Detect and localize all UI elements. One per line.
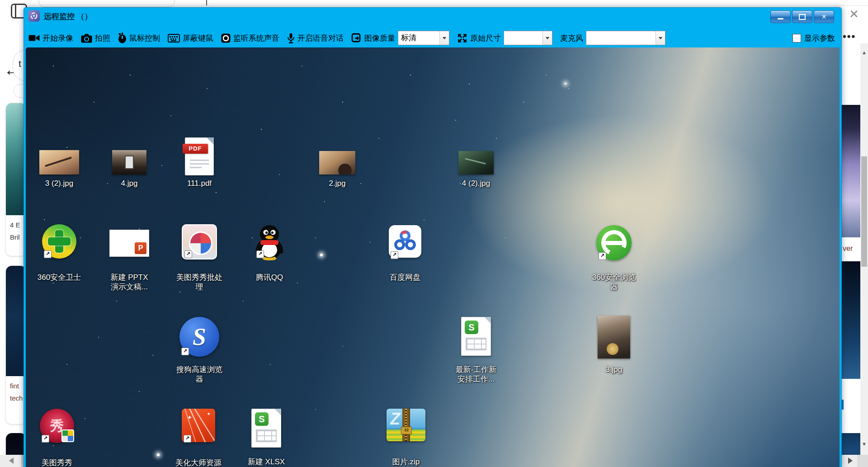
divider-line (835, 5, 868, 6)
desktop-icon-file-3-jpg[interactable]: 3.jpg (583, 316, 645, 374)
desktop-icon-label: 百度网盘 (390, 273, 420, 282)
shortcut-arrow-icon: ↗ (184, 250, 192, 258)
block-keyboard-mouse-button[interactable]: 屏蔽键鼠 (168, 33, 213, 43)
dropdown-arrow-icon[interactable] (656, 31, 665, 45)
expand-arrows-icon (457, 33, 467, 43)
desktop-icon-app-360-browser[interactable]: ↗360安全浏览 器 (583, 225, 645, 292)
close-button[interactable]: ✕ (814, 10, 834, 23)
voice-chat-icon (287, 33, 295, 43)
take-photo-button[interactable]: 拍照 (81, 33, 110, 43)
desktop-icon-doc-work-plan[interactable]: S最新-工作新 安排工作... (445, 317, 507, 384)
wallpaper-star-glow (565, 83, 566, 85)
link-fragment (842, 400, 844, 410)
shortcut-arrow-icon: ↗ (184, 435, 191, 443)
window-titlebar[interactable]: 远程监控 （） ✕ (24, 8, 841, 24)
horizontal-scrollbar-left[interactable] (0, 455, 26, 467)
app-beautify-icon: ✦✦↗ (181, 409, 216, 458)
app-sogou-icon: S↗ (179, 317, 220, 364)
shortcut-arrow-icon: ↗ (42, 435, 49, 443)
result-card-thumbnail[interactable] (842, 105, 860, 237)
desktop-icon-app-baidu-netdisk[interactable]: ↗百度网盘 (374, 225, 436, 282)
desktop-icon-label: 2.jpg (329, 179, 346, 188)
desktop-icon-label: 最新-工作新 安排工作... (456, 365, 497, 384)
shortcut-arrow-icon: ↗ (391, 251, 398, 259)
start-recording-button[interactable]: 开始录像 (28, 33, 73, 43)
voice-chat-button[interactable]: 开启语音对话 (287, 33, 344, 43)
remote-monitoring-window: 远程监控 （） ✕ 开始录像 (24, 7, 842, 467)
desktop-icon-app-beautify-res[interactable]: ✦✦↗美化大师资源 (168, 409, 229, 467)
desktop-icon-app-sogou-browser[interactable]: S↗搜狗高速浏览 器 (169, 317, 230, 384)
dropdown-arrow-icon[interactable] (439, 31, 449, 45)
search-value: t (19, 58, 21, 69)
vertical-scrollbar[interactable]: ▲ ▼ (860, 43, 868, 455)
app-baidupan-icon: ↗ (388, 225, 422, 272)
image-quality-group: 图像质量 标清 (351, 31, 449, 45)
microphone-label: 麦克风 (560, 33, 583, 43)
desktop-icon-label: 4.jpg (121, 179, 138, 188)
desktop-icon-label: 4 (2).jpg (462, 179, 490, 188)
remote-desktop-view[interactable]: 3 (2).jpg4.jpgPDF111.pdf2.jpg4 (2).jpg↗3… (26, 47, 840, 467)
maximize-button[interactable] (792, 10, 812, 23)
desktop-icon-app-meitu[interactable]: 秀↗美图秀秀 (26, 409, 88, 467)
app-logo-icon (28, 10, 40, 22)
card-body (842, 379, 860, 433)
microphone-select[interactable] (586, 31, 665, 45)
mouse-control-button[interactable]: 鼠标控制 (118, 33, 160, 43)
desktop-icon-label: 新建 PPTX 演示文稿... (110, 273, 148, 292)
tab-fragment (38, 0, 175, 7)
more-menu-icon[interactable]: ••• (843, 31, 863, 42)
desktop-icon-file-111-pdf[interactable]: PDF111.pdf (169, 137, 230, 188)
photo-4-icon (458, 151, 494, 178)
desktop-icon-app-360-safe[interactable]: ↗360安全卫士 (28, 224, 90, 282)
desktop-icon-file-2-jpg[interactable]: 2.jpg (307, 151, 368, 188)
system-sound-icon (221, 33, 231, 43)
desktop-icon-file-pictures-zip[interactable]: Z32图片.zip (375, 409, 437, 467)
desktop-icon-doc-new-xlsx[interactable]: S新建 XLSX (236, 409, 297, 467)
desktop-icon-doc-new-pptx[interactable]: P新建 PPTX 演示文稿... (99, 230, 160, 292)
desktop-icon-file-3-2-jpg[interactable]: 3 (2).jpg (28, 150, 90, 188)
scroll-left-icon[interactable] (9, 458, 14, 464)
listen-system-sound-button[interactable]: 监听系统声音 (221, 33, 279, 43)
app-meitu-icon: 秀↗ (39, 409, 75, 458)
show-params-checkbox[interactable] (793, 34, 801, 42)
pdf-icon: PDF (184, 137, 215, 178)
scrollbar-thumb[interactable] (861, 156, 867, 267)
scroll-right-icon[interactable] (848, 458, 853, 464)
desktop-icon-label: 3.jpg (606, 365, 623, 374)
scrollbar-corner (857, 455, 868, 467)
mouse-control-icon (118, 33, 127, 43)
desktop-icon-app-tencent-qq[interactable]: ↗腾讯QQ (239, 224, 300, 282)
desktop-icon-label: 360安全浏览 器 (592, 273, 636, 292)
shortcut-arrow-icon: ↗ (256, 250, 264, 258)
microphone-group: 麦克风 (560, 31, 665, 45)
scroll-up-icon[interactable]: ▲ (860, 50, 868, 55)
desktop-icon-label: 图片.zip (392, 457, 420, 467)
minimize-button[interactable] (770, 10, 791, 23)
card-title: ver (842, 239, 861, 259)
doc-xlsx-icon: S (250, 409, 282, 457)
result-card-thumbnail[interactable] (842, 261, 860, 379)
shortcut-arrow-icon: ↗ (44, 250, 52, 258)
desktop-icon-file-4-2-jpg[interactable]: 4 (2).jpg (445, 151, 507, 188)
window-title: 远程监控 （） (44, 11, 92, 22)
desktop-icon-label: 腾讯QQ (256, 273, 283, 282)
close-icon[interactable]: ✕ (846, 7, 862, 22)
desktop-icon-file-4-jpg[interactable]: 4.jpg (99, 150, 160, 188)
doc-pptx-icon: P (108, 230, 150, 272)
wallpaper-stars (26, 47, 27, 48)
desktop-icon-label: 111.pdf (187, 179, 212, 188)
photo-1-icon (39, 150, 79, 178)
scroll-down-icon[interactable]: ▼ (860, 441, 868, 447)
photo-2-icon (112, 150, 146, 178)
app-360safe-icon: ↗ (41, 224, 77, 272)
original-size-select[interactable] (504, 31, 552, 45)
image-quality-select[interactable]: 标清 (398, 31, 449, 45)
image-quality-label: 图像质量 (364, 33, 395, 43)
screen: ← t 4 E Bril fint tech ver ▲ ▼ ✕ ••• (0, 0, 868, 467)
desktop-icon-label: 3 (2).jpg (45, 179, 73, 188)
camera-icon (81, 33, 92, 43)
dropdown-arrow-icon[interactable] (542, 31, 552, 45)
shortcut-arrow-icon: ↗ (181, 348, 189, 355)
desktop-icon-app-meitu-batch[interactable]: ↗美图秀秀批处 理 (169, 224, 230, 292)
app-qq-icon: ↗ (254, 224, 285, 272)
